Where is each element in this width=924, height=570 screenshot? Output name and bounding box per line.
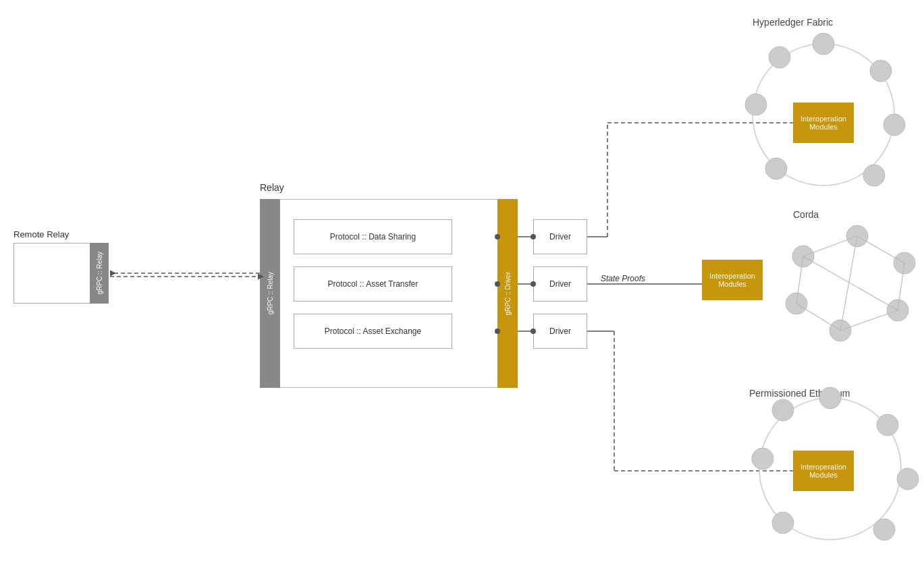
grpc-driver-bar: gRPC :: Driver <box>497 199 518 388</box>
interop-fabric-label: Interoperation Modules <box>796 115 851 131</box>
svg-point-19 <box>884 114 905 136</box>
svg-point-29 <box>786 293 807 314</box>
driver2-label: Driver <box>549 279 571 289</box>
svg-line-36 <box>803 256 898 310</box>
svg-line-33 <box>840 310 898 331</box>
svg-point-24 <box>792 246 814 267</box>
grpc-driver-label: gRPC :: Driver <box>504 272 512 315</box>
svg-line-34 <box>796 304 840 331</box>
svg-line-30 <box>803 236 857 256</box>
interop-fabric-box: Interoperation Modules <box>793 103 854 143</box>
driver3-label: Driver <box>549 326 571 336</box>
svg-point-44 <box>752 448 773 469</box>
hyperledger-label: Hyperledger Fabric <box>753 17 833 28</box>
interop-corda-label: Interoperation Modules <box>705 272 760 288</box>
svg-point-22 <box>745 94 767 115</box>
state-proofs-label: State Proofs <box>601 274 645 283</box>
protocol-asset-exchange-box: Protocol :: Asset Exchange <box>294 314 452 349</box>
svg-line-32 <box>898 263 904 310</box>
relay-grpc-label: gRPC :: Relay <box>267 272 274 314</box>
remote-relay-label: Remote Relay <box>13 229 69 239</box>
driver3-box: Driver <box>533 314 587 349</box>
relay-label: Relay <box>260 182 284 193</box>
corda-label: Corda <box>793 209 819 220</box>
svg-point-23 <box>769 47 790 68</box>
svg-point-17 <box>813 33 834 55</box>
remote-relay-box <box>13 243 91 304</box>
svg-point-27 <box>887 300 908 321</box>
relay-grpc-bar: gRPC :: Relay <box>260 199 280 388</box>
driver1-box: Driver <box>533 219 587 254</box>
protocol-asset-transfer-box: Protocol :: Asset Transfer <box>294 266 452 302</box>
protocol-data-sharing-label: Protocol :: Data Sharing <box>330 232 416 241</box>
interop-eth-box: Interoperation Modules <box>793 451 854 491</box>
svg-point-26 <box>894 252 915 274</box>
svg-point-18 <box>870 60 892 82</box>
driver1-label: Driver <box>549 232 571 241</box>
svg-point-21 <box>765 158 787 179</box>
svg-point-28 <box>830 320 851 341</box>
protocol-asset-transfer-label: Protocol :: Asset Transfer <box>327 279 418 289</box>
protocol-data-sharing-box: Protocol :: Data Sharing <box>294 219 452 254</box>
driver2-box: Driver <box>533 266 587 302</box>
svg-line-31 <box>857 236 904 263</box>
svg-point-25 <box>846 225 868 247</box>
ethereum-label: Permissioned Ethereum <box>749 388 850 399</box>
svg-line-37 <box>840 236 857 331</box>
interop-eth-label: Interoperation Modules <box>796 463 851 479</box>
protocol-asset-exchange-label: Protocol :: Asset Exchange <box>325 326 421 336</box>
svg-point-20 <box>863 165 885 186</box>
remote-relay-grpc-bar: gRPC :: Relay <box>90 243 109 304</box>
svg-line-35 <box>796 256 803 304</box>
svg-point-41 <box>897 468 919 490</box>
interop-corda-box: Interoperation Modules <box>702 260 763 300</box>
svg-point-40 <box>877 414 898 436</box>
svg-point-42 <box>873 519 895 540</box>
remote-relay-grpc-label: gRPC :: Relay <box>96 252 103 294</box>
svg-point-43 <box>772 512 794 534</box>
svg-point-45 <box>772 399 794 421</box>
